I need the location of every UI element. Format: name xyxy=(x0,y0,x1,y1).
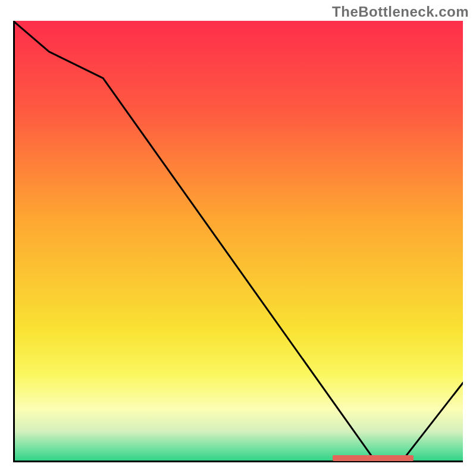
chart-container: TheBottleneck.com xyxy=(0,0,476,476)
axes-frame xyxy=(13,21,463,462)
watermark-text: TheBottleneck.com xyxy=(332,4,469,20)
optimum-marker xyxy=(333,455,414,461)
